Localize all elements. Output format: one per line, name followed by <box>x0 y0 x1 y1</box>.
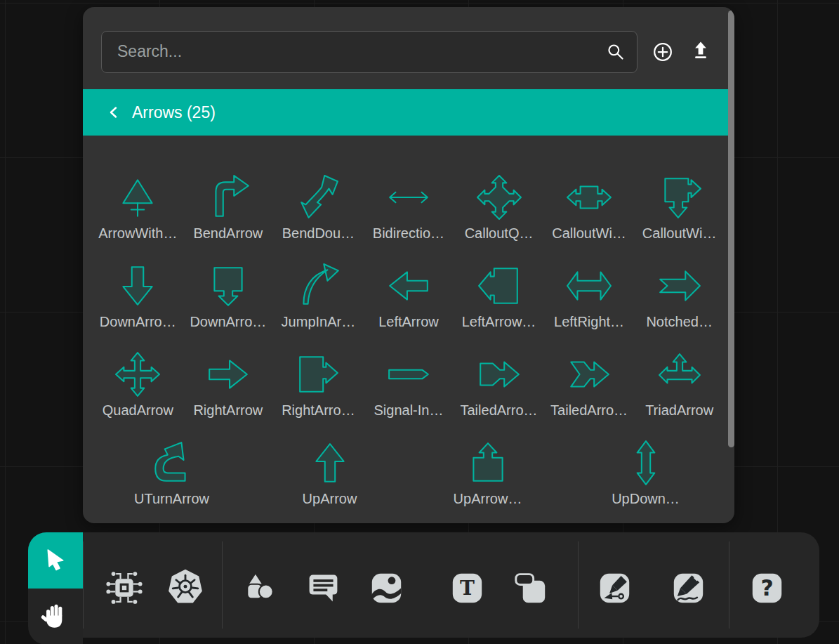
panel-search-row <box>83 7 734 89</box>
shape-item-left-arrow[interactable]: LeftArrow <box>366 263 451 330</box>
shape-item-signal-in[interactable]: Signal-In… <box>366 351 451 419</box>
shape-label: RightArrow <box>193 402 263 419</box>
image-tool-button[interactable] <box>368 570 405 607</box>
left-arrow-icon <box>385 263 432 309</box>
shape-label: LeftArrow <box>378 313 439 330</box>
help-tool-button[interactable]: ? <box>748 570 786 607</box>
shape-label: BendDou… <box>282 225 355 242</box>
category-title: Arrows (25) <box>132 103 216 122</box>
shape-label: UpDown… <box>612 490 680 507</box>
shape-label: RightArro… <box>282 402 355 419</box>
shape-item-quad-arrow[interactable]: QuadArrow <box>95 351 180 419</box>
tailed-arrow-2-icon <box>566 351 612 397</box>
bend-arrow-icon <box>205 174 251 221</box>
shape-label: LeftArrow… <box>462 313 536 330</box>
shape-item-right-arrow-callout[interactable]: RightArro… <box>275 351 361 419</box>
shape-item-bend-double-arrow[interactable]: BendDou… <box>275 174 361 242</box>
freehand-tool-button[interactable] <box>670 570 707 607</box>
kubernetes-tool-button[interactable] <box>164 567 206 609</box>
shape-label: TailedArro… <box>461 402 538 419</box>
chevron-left-icon[interactable] <box>107 104 121 121</box>
comment-tool-button[interactable] <box>305 570 342 607</box>
add-shape-button[interactable] <box>650 39 675 65</box>
kubernetes-icon <box>164 567 206 609</box>
shape-label: QuadArrow <box>103 402 173 419</box>
component-tool-button[interactable] <box>104 567 145 608</box>
shape-item-right-arrow[interactable]: RightArrow <box>185 351 271 419</box>
notched-right-arrow-icon <box>656 263 703 309</box>
shape-label: LeftRight… <box>554 313 624 330</box>
shape-item-down-arrow[interactable]: DownArro… <box>95 263 180 330</box>
note-tool-button[interactable] <box>512 570 549 607</box>
u-turn-arrow-icon <box>149 440 195 486</box>
triad-arrow-icon <box>656 351 703 397</box>
callout-left-right-arrow-icon <box>566 174 612 221</box>
shapes-tool-button[interactable] <box>242 570 279 607</box>
shape-item-jump-in-arrow[interactable]: JumpInAr… <box>275 263 361 330</box>
bottom-toolbar: T? <box>28 532 819 638</box>
shape-item-down-arrow-callout[interactable]: DownArro… <box>185 263 271 330</box>
shape-item-up-down-arrow[interactable]: UpDown… <box>603 440 689 507</box>
toolbar-divider <box>578 541 579 629</box>
quad-arrow-icon <box>114 351 161 397</box>
shape-item-callout-down-arrow[interactable]: CalloutWi… <box>637 174 722 242</box>
shape-item-tailed-arrow-2[interactable]: TailedArro… <box>546 351 632 419</box>
tailed-arrow-icon <box>476 351 522 397</box>
shape-label: Bidirectio… <box>373 225 444 242</box>
toolbar-divider <box>222 541 223 629</box>
shape-item-arrow-with-tail[interactable]: ArrowWith… <box>95 174 180 242</box>
question-icon: ? <box>748 570 786 607</box>
shape-label: UTurnArrow <box>134 490 209 507</box>
text-icon: T <box>449 570 486 607</box>
shape-item-triad-arrow[interactable]: TriadArrow <box>637 351 722 419</box>
pointer-tool-group <box>28 532 83 644</box>
search-input[interactable] <box>101 31 637 73</box>
search-box <box>101 31 637 73</box>
note-icon <box>512 570 549 607</box>
right-arrow-callout-icon <box>295 351 341 397</box>
text-tool-button[interactable]: T <box>449 570 486 607</box>
panel-scrollbar[interactable] <box>728 11 734 447</box>
category-header[interactable]: Arrows (25) <box>83 89 734 136</box>
shape-item-notched-right-arrow[interactable]: Notched… <box>637 263 722 330</box>
shape-item-bidirectional-arrow[interactable]: Bidirectio… <box>366 174 451 242</box>
shape-grid: ArrowWith…BendArrowBendDou…Bidirectio…Ca… <box>83 136 734 523</box>
app-root: { "colors": { "accent": "#00B39F", "canv… <box>0 0 839 644</box>
shape-item-tailed-arrow[interactable]: TailedArro… <box>456 351 542 419</box>
arrow-with-tail-icon <box>114 174 161 221</box>
shape-item-up-arrow-callout[interactable]: UpArrow… <box>445 440 531 507</box>
left-right-arrow-icon <box>566 263 612 309</box>
shape-item-bend-arrow[interactable]: BendArrow <box>185 174 271 242</box>
pen-arrow-icon <box>596 570 633 607</box>
pen-arrow-tool-button[interactable] <box>596 570 633 607</box>
svg-text:T: T <box>460 577 475 600</box>
shape-library-panel: Arrows (25) ArrowWith…BendArrowBendDou…B… <box>83 7 734 523</box>
toolbar-divider <box>729 541 729 629</box>
image-icon <box>368 570 405 607</box>
shape-item-left-arrow-callout[interactable]: LeftArrow… <box>456 263 542 330</box>
jump-in-arrow-icon <box>295 263 341 309</box>
shape-label: TriadArrow <box>645 402 713 419</box>
upload-shape-button[interactable] <box>688 39 713 65</box>
pencil-icon <box>670 570 707 607</box>
shape-item-up-arrow[interactable]: UpArrow <box>287 440 373 507</box>
shape-label: UpArrow <box>303 490 357 507</box>
shape-label: ArrowWith… <box>98 225 177 242</box>
shape-label: CalloutWi… <box>552 225 626 242</box>
right-arrow-icon <box>205 351 251 397</box>
shape-label: UpArrow… <box>454 490 522 507</box>
select-tool-button[interactable] <box>28 532 83 589</box>
shape-label: DownArro… <box>100 313 176 330</box>
bidirectional-arrow-icon <box>385 174 432 221</box>
shape-item-left-right-arrow[interactable]: LeftRight… <box>546 263 632 330</box>
pan-tool-button[interactable] <box>28 589 83 644</box>
callout-quad-arrow-icon <box>476 174 522 221</box>
shape-label: TailedArro… <box>550 402 628 419</box>
shape-item-u-turn-arrow[interactable]: UTurnArrow <box>129 440 215 507</box>
signal-in-icon <box>385 351 432 397</box>
up-arrow-icon <box>307 440 353 486</box>
shape-label: JumpInAr… <box>282 313 356 330</box>
shape-item-callout-left-right-arrow[interactable]: CalloutWi… <box>546 174 632 242</box>
shape-item-callout-quad-arrow[interactable]: CalloutQ… <box>456 174 542 242</box>
bend-double-arrow-icon <box>295 174 341 221</box>
